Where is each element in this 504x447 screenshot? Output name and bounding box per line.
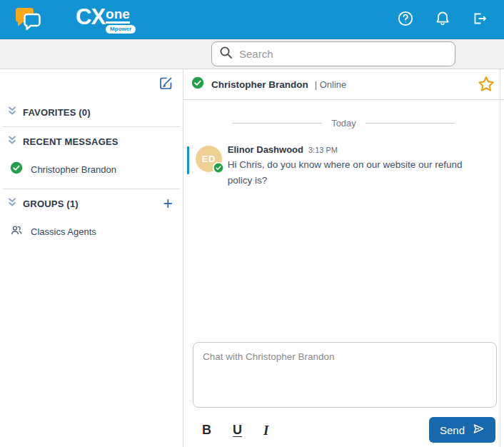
sidebar-group-classics-agents[interactable]: Classics Agents: [0, 216, 183, 249]
italic-button[interactable]: I: [262, 422, 270, 438]
collapse-chevron-icon: [7, 106, 17, 119]
online-status-icon: [191, 76, 204, 92]
search-input[interactable]: [239, 48, 448, 60]
sidebar-divider: [3, 126, 180, 127]
sidebar-section-favorites[interactable]: FAVORITES (0): [0, 99, 183, 125]
help-icon: [397, 10, 414, 29]
chat-contact-status: | Online: [315, 79, 347, 90]
topbar: CX one Mpower: [0, 0, 504, 39]
chat-bubbles-logo-icon[interactable]: [13, 4, 44, 34]
collapse-chevron-icon: [7, 135, 17, 148]
compose-icon: [158, 75, 174, 94]
chat-panel: Christopher Brandon | Online Today: [183, 69, 504, 447]
underline-button[interactable]: U: [231, 422, 243, 438]
search-box: [211, 41, 455, 66]
search-icon: [219, 46, 233, 62]
day-divider-label: Today: [331, 118, 356, 129]
message-accent-bar: [187, 146, 189, 174]
bold-button[interactable]: B: [201, 422, 213, 438]
search-strip: [0, 39, 504, 69]
star-icon: [477, 85, 495, 96]
avatar: ED: [196, 146, 222, 172]
topbar-actions: [397, 11, 493, 28]
new-message-button[interactable]: [158, 75, 174, 94]
cxone-logo: CX one Mpower: [76, 6, 136, 34]
groups-label: GROUPS (1): [23, 199, 79, 209]
message-sender: Elinor Dashwood: [228, 144, 303, 155]
add-group-button[interactable]: +: [161, 197, 176, 210]
contact-name: Christopher Brandon: [31, 164, 116, 175]
send-button-label: Send: [440, 424, 465, 436]
logo-one-text: one: [106, 7, 130, 24]
chat-header: Christopher Brandon | Online: [183, 69, 504, 100]
logout-button[interactable]: [471, 11, 488, 28]
send-button[interactable]: Send: [429, 417, 495, 443]
online-status-icon: [213, 162, 224, 174]
favorites-label: FAVORITES (0): [23, 107, 91, 118]
sidebar-contact-christopher-brandon[interactable]: Christopher Brandon: [0, 154, 183, 187]
composer: B U I Send: [183, 342, 504, 447]
compose-row: [0, 69, 183, 99]
divider-line: [233, 123, 322, 124]
online-status-icon: [10, 161, 23, 177]
cxone-app: CX one Mpower: [0, 0, 504, 447]
favorite-star-button[interactable]: [477, 75, 495, 94]
sidebar-divider: [3, 189, 180, 189]
composer-toolbar: B U I Send: [193, 417, 497, 443]
message-timestamp: 3:13 PM: [308, 146, 338, 154]
message-text: Hi Chris, do you know where on our websi…: [228, 157, 485, 188]
group-people-icon: [10, 224, 23, 239]
chat-message: ED Elinor Dashwood 3:13 PM Hi Chris, do …: [187, 144, 485, 188]
main-area: FAVORITES (0) RECENT MESSAGES: [0, 69, 504, 447]
notifications-button[interactable]: [434, 11, 451, 28]
group-name: Classics Agents: [31, 226, 96, 237]
day-divider: Today: [183, 118, 504, 129]
logo-mpower-badge: Mpower: [106, 25, 136, 34]
logo-cx-text: CX: [76, 6, 105, 28]
sidebar: FAVORITES (0) RECENT MESSAGES: [0, 69, 183, 447]
chat-scroll-area: [183, 188, 504, 342]
message-input[interactable]: [193, 342, 497, 408]
bell-icon: [434, 10, 451, 29]
collapse-chevron-icon: [7, 197, 17, 210]
send-plane-icon: [471, 422, 485, 438]
help-button[interactable]: [397, 11, 414, 28]
message-content: Elinor Dashwood 3:13 PM Hi Chris, do you…: [228, 144, 485, 188]
divider-line: [366, 123, 455, 124]
sidebar-section-groups[interactable]: GROUPS (1) +: [0, 191, 183, 216]
logout-icon: [471, 10, 488, 29]
recent-messages-label: RECENT MESSAGES: [23, 136, 119, 147]
chat-contact-name: Christopher Brandon: [211, 79, 308, 90]
sidebar-section-recent-messages[interactable]: RECENT MESSAGES: [0, 129, 183, 154]
